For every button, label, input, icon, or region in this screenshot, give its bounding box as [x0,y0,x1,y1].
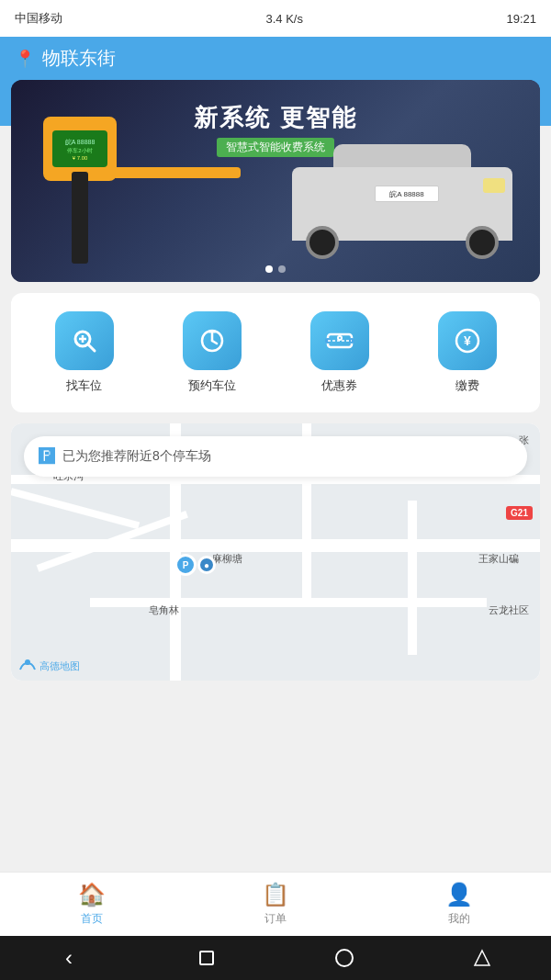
machine-screen: 皖A 88888 停车2小时 ¥ 7.00 [52,130,107,167]
car-wheel-right [466,226,499,259]
main-content: 找车位 预约车位 [0,282,551,703]
svg-line-1 [88,344,95,351]
map-background: G21 吐宗沟 麻柳塘 王家山碥 皂角林 云龙社区 张 P ● 🅿 已为您推荐附… [11,423,540,681]
reserve-parking-icon [183,311,242,370]
orders-nav-label: 订单 [264,911,287,927]
machine-arm [112,167,241,178]
system-nav-bar: ‹ [0,936,551,980]
square-button[interactable] [188,940,225,976]
parking-pin-1[interactable]: P [174,554,197,576]
back-button[interactable]: ‹ [51,940,87,976]
svg-text:¥: ¥ [464,333,471,348]
action-coupons[interactable]: 优惠券 [310,311,369,394]
parking-machine-illustration: 皖A 88888 停车2小时 ¥ 7.00 [39,117,121,264]
svg-point-17 [336,950,353,966]
svg-line-6 [212,341,217,344]
machine-pole [72,172,88,264]
action-pay[interactable]: ¥ 缴费 [438,311,497,394]
road-v3 [408,501,417,655]
map-label-maliutang: 麻柳塘 [212,552,242,566]
coupons-label: 优惠券 [321,377,357,394]
amap-label: 高德地图 [39,659,80,673]
location-title: 物联东街 [42,46,116,71]
car-illustration: 皖A 88888 [283,144,522,264]
map-label-zaojiaolin: 皂角林 [149,603,179,617]
nav-profile[interactable]: 👤 我的 [445,882,473,927]
location-icon: 📍 [15,49,35,69]
highway-badge: G21 [506,506,533,520]
menu-button[interactable] [464,940,500,976]
quick-actions: 找车位 预约车位 [11,293,540,412]
banner-dot-1[interactable] [265,265,273,273]
map-search-bar[interactable]: 🅿 已为您推荐附近8个停车场 [24,436,527,477]
amap-bird-icon [18,659,37,673]
home-button[interactable] [326,940,363,976]
time-display: 19:21 [506,12,536,26]
amap-logo: 高德地图 [18,659,80,673]
profile-nav-label: 我的 [448,911,470,927]
find-parking-label: 找车位 [66,377,102,394]
map-section[interactable]: G21 吐宗沟 麻柳塘 王家山碥 皂角林 云龙社区 张 P ● 🅿 已为您推荐附… [11,423,540,681]
home-nav-label: 首页 [81,911,103,927]
svg-point-12 [338,336,342,340]
car-plate: 皖A 88888 [375,186,439,202]
banner-content: 新系统 更智能 智慧式智能收费系统 皖A 88888 停车2小时 ¥ 7.00 … [11,80,540,282]
pay-label: 缴费 [455,377,479,394]
parking-search-icon: 🅿 [39,447,55,467]
carrier-text: 中国移动 [15,10,62,27]
map-label-wangjiashan: 王家山碥 [478,552,519,566]
network-speed: 3.4 K/s [265,12,302,26]
current-location-pin: ● [197,556,216,574]
orders-nav-icon: 📋 [262,882,289,907]
coupons-icon [310,311,369,370]
nav-orders[interactable]: 📋 订单 [262,882,289,927]
nav-home[interactable]: 🏠 首页 [78,882,106,927]
home-nav-icon: 🏠 [78,882,106,907]
map-label-yunlong: 云龙社区 [489,603,529,617]
car-wheel-left [306,226,339,259]
profile-nav-icon: 👤 [445,882,473,907]
banner-dot-2[interactable] [278,265,286,273]
banner-section: 新系统 更智能 智慧式智能收费系统 皖A 88888 停车2小时 ¥ 7.00 … [11,80,540,282]
svg-rect-16 [200,952,213,964]
map-search-text: 已为您推荐附近8个停车场 [62,448,211,465]
pay-icon: ¥ [438,311,497,370]
car-headlight [483,178,505,193]
banner-dots [265,265,286,273]
status-bar: 中国移动 3.4 K/s 19:21 [0,0,551,37]
find-parking-icon [55,311,114,370]
svg-point-15 [25,659,30,665]
svg-marker-18 [475,951,489,965]
road-diagonal2 [11,488,140,529]
action-reserve-parking[interactable]: 预约车位 [183,311,242,394]
action-find-parking[interactable]: 找车位 [55,311,114,394]
reserve-parking-label: 预约车位 [188,377,236,394]
bottom-nav: 🏠 首页 📋 订单 👤 我的 [0,872,551,936]
